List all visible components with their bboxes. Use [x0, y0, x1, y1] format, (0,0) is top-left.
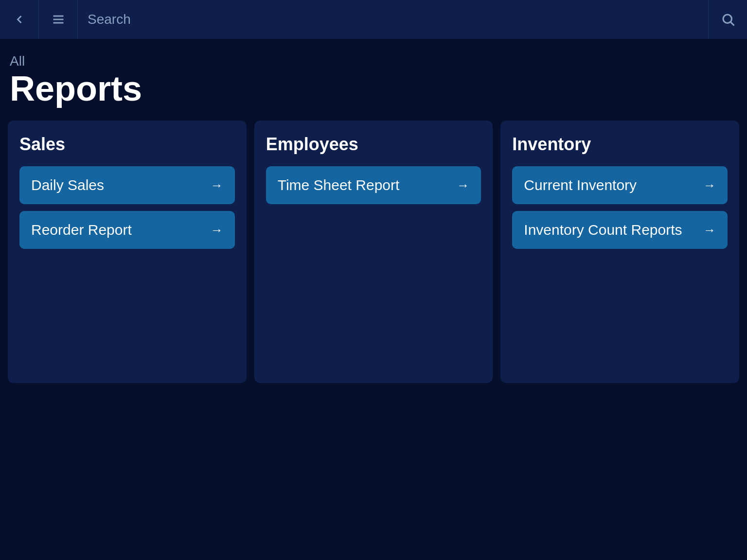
category-panel-employees: EmployeesTime Sheet Report→: [254, 121, 493, 383]
category-title-employees: Employees: [266, 134, 481, 155]
report-item-label-inventory-count-reports: Inventory Count Reports: [524, 222, 682, 238]
svg-line-4: [730, 22, 734, 26]
category-title-inventory: Inventory: [512, 134, 728, 155]
page-title-area: All Reports: [0, 39, 747, 121]
report-item-time-sheet-report[interactable]: Time Sheet Report→: [266, 166, 481, 204]
report-item-current-inventory[interactable]: Current Inventory→: [512, 166, 728, 204]
report-item-inventory-count-reports[interactable]: Inventory Count Reports→: [512, 211, 728, 249]
report-item-reorder-report[interactable]: Reorder Report→: [19, 211, 235, 249]
report-item-daily-sales[interactable]: Daily Sales→: [19, 166, 235, 204]
menu-icon: [52, 13, 65, 26]
report-item-label-current-inventory: Current Inventory: [524, 177, 637, 193]
back-icon: [13, 13, 26, 26]
category-panel-sales: SalesDaily Sales→Reorder Report→: [8, 121, 247, 383]
report-item-label-reorder-report: Reorder Report: [31, 222, 132, 238]
main-content: SalesDaily Sales→Reorder Report→Employee…: [0, 121, 747, 383]
header: [0, 0, 747, 39]
report-item-label-time-sheet-report: Time Sheet Report: [278, 177, 400, 193]
report-item-arrow-inventory-count-reports: →: [703, 223, 716, 238]
report-item-label-daily-sales: Daily Sales: [31, 177, 104, 193]
back-button[interactable]: [0, 0, 39, 39]
menu-button[interactable]: [39, 0, 78, 39]
category-panel-inventory: InventoryCurrent Inventory→Inventory Cou…: [500, 121, 739, 383]
search-icon: [721, 12, 735, 27]
page-subtitle: All: [10, 53, 737, 69]
search-button[interactable]: [708, 0, 747, 39]
search-bar: [78, 0, 708, 39]
report-item-arrow-daily-sales: →: [211, 178, 223, 193]
page-title: Reports: [10, 71, 737, 106]
category-title-sales: Sales: [19, 134, 235, 155]
svg-point-3: [723, 15, 732, 23]
report-item-arrow-current-inventory: →: [703, 178, 716, 193]
report-item-arrow-reorder-report: →: [211, 223, 223, 238]
report-item-arrow-time-sheet-report: →: [457, 178, 469, 193]
search-input[interactable]: [88, 12, 698, 27]
